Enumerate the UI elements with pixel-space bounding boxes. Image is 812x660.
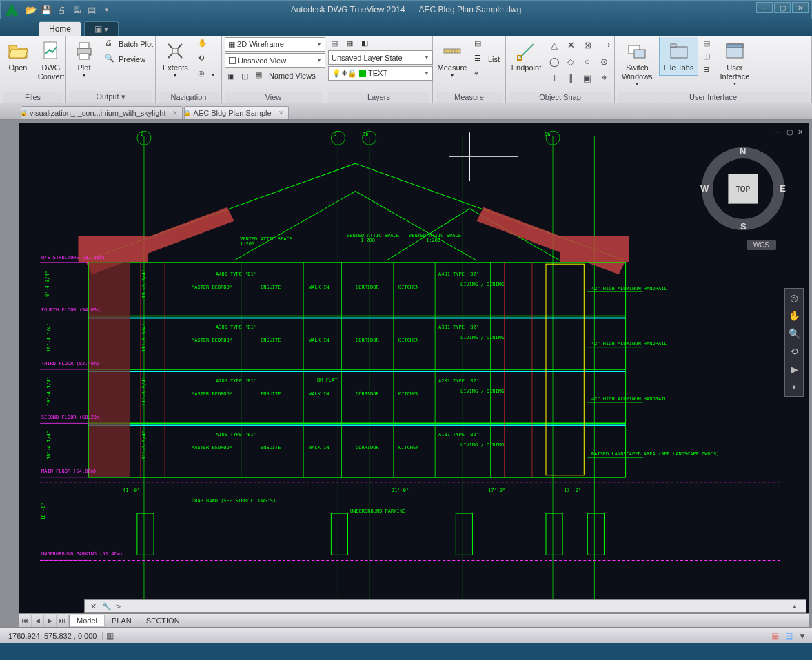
- qat-print2-icon[interactable]: 🖶: [71, 4, 82, 15]
- nav-pan-icon[interactable]: ✋: [785, 307, 803, 324]
- command-line[interactable]: ✕ 🔧 >_ ▲: [84, 599, 806, 613]
- pan-button[interactable]: ✋: [195, 37, 217, 51]
- ribbon: Open DWG Convert Files Plot▾ 🖨Batch Plot…: [0, 36, 812, 103]
- batch-plot-button[interactable]: 🖨Batch Plot: [102, 37, 156, 51]
- layer-prop-icon[interactable]: ▤: [328, 37, 341, 49]
- qat-plot-icon[interactable]: ▤: [86, 4, 97, 15]
- svg-rect-10: [671, 44, 676, 47]
- file-tab-active[interactable]: 🔒AEC Bldg Plan Sample✕: [184, 106, 288, 119]
- id-point-button[interactable]: ⌖: [471, 68, 503, 81]
- svg-rect-58: [456, 513, 472, 555]
- layout-tab-model[interactable]: Model: [70, 615, 105, 626]
- svg-rect-8: [634, 50, 645, 58]
- layer-current-combo[interactable]: 💡❄🔒TEXT▼: [328, 66, 433, 81]
- layout-last-icon[interactable]: ⏭: [57, 615, 69, 627]
- open-button[interactable]: Open: [3, 37, 33, 75]
- app-title: Autodesk DWG TrueView 2014: [291, 5, 405, 14]
- visual-style-combo[interactable]: ▦ 2D Wireframe▼: [225, 37, 325, 52]
- cmd-close-icon[interactable]: ✕: [88, 601, 99, 612]
- qat-dropdown-icon[interactable]: ▼: [101, 4, 112, 15]
- close-tab-icon[interactable]: ✕: [278, 110, 284, 116]
- osnap-intersection-icon[interactable]: ✕: [563, 37, 578, 52]
- drawing-canvas[interactable]: ─ ▢ ✕: [19, 123, 809, 627]
- layout-next-icon[interactable]: ▶: [44, 615, 57, 627]
- maximize-button[interactable]: ▢: [774, 2, 791, 13]
- measure-icon: [441, 40, 463, 62]
- nav-zoom-icon[interactable]: 🔍: [785, 324, 803, 342]
- nav-wheel-icon[interactable]: ◎: [785, 289, 803, 307]
- nav-showmotion-icon[interactable]: ▶: [785, 360, 803, 378]
- view-box-icon[interactable]: ◫: [238, 69, 251, 83]
- sb-layout-icon[interactable]: ▤: [782, 630, 795, 642]
- layout-prev-icon[interactable]: ◀: [32, 615, 44, 627]
- osnap-quadrant-icon[interactable]: ◇: [563, 54, 578, 69]
- qat-open-icon[interactable]: 📂: [26, 4, 37, 15]
- close-tab-icon[interactable]: ✕: [172, 110, 178, 116]
- user-interface-icon: [724, 40, 746, 62]
- command-input[interactable]: [129, 602, 789, 610]
- osnap-extension-icon[interactable]: ⟶: [596, 37, 611, 52]
- plot-button[interactable]: Plot▾: [69, 37, 99, 81]
- svg-rect-56: [137, 513, 154, 555]
- layer-state-combo[interactable]: Unsaved Layer State▼: [328, 50, 433, 65]
- measure-button[interactable]: Measure▾: [436, 37, 469, 81]
- osnap-midpoint-icon[interactable]: △: [547, 37, 562, 52]
- layer-states-icon[interactable]: ▦: [343, 37, 356, 49]
- sb-model-icon[interactable]: ▣: [768, 630, 782, 642]
- section-drawing: [19, 123, 809, 627]
- quick-props-button[interactable]: ▤: [471, 37, 503, 51]
- osnap-insert-icon[interactable]: ▣: [580, 70, 595, 85]
- viewcube[interactable]: TOP N E S W: [702, 147, 784, 230]
- layout-first-icon[interactable]: ⏮: [19, 615, 32, 627]
- nav-collapse-icon[interactable]: ▼: [785, 378, 803, 396]
- tab-home[interactable]: Home: [39, 21, 81, 36]
- svg-rect-2: [79, 43, 89, 48]
- navigation-bar: ◎ ✋ 🔍 ⟲ ▶ ▼: [784, 288, 804, 397]
- switch-windows-button[interactable]: Switch Windows▾: [618, 37, 657, 90]
- panel-title-output: Output ▾: [69, 91, 152, 103]
- cmd-wrench-icon[interactable]: 🔧: [101, 601, 112, 612]
- close-button[interactable]: ✕: [792, 2, 809, 13]
- app-logo[interactable]: [2, 1, 21, 18]
- sb-tray-icon[interactable]: ▼: [795, 630, 809, 642]
- tab-plugin[interactable]: ▣ ▾: [84, 21, 119, 36]
- osnap-node-icon[interactable]: ⊙: [596, 54, 611, 69]
- minimize-button[interactable]: ─: [756, 2, 773, 13]
- coordinates[interactable]: 1760.924, 575.832 , 0.000: [3, 632, 103, 640]
- list-button[interactable]: ☰List: [471, 52, 503, 66]
- ui-tileh-icon[interactable]: ◫: [700, 50, 713, 62]
- file-title: AEC Bldg Plan Sample.dwg: [419, 5, 522, 14]
- layout-tab-section[interactable]: SECTION: [139, 615, 187, 626]
- viewcube-face[interactable]: TOP: [728, 174, 758, 204]
- cmd-history-icon[interactable]: ▲: [789, 601, 800, 612]
- osnap-tangent-icon[interactable]: ○: [580, 54, 595, 69]
- preview-button[interactable]: 🔍Preview: [102, 52, 156, 66]
- osnap-apparent-icon[interactable]: ⊠: [580, 37, 595, 52]
- ui-tilev-icon[interactable]: ⊟: [700, 63, 713, 75]
- view-cube-icon[interactable]: ▣: [225, 69, 237, 83]
- nav-orbit-icon[interactable]: ⟲: [785, 342, 803, 360]
- ui-cascade-icon[interactable]: ▤: [700, 37, 713, 49]
- pan-icon: ✋: [198, 39, 209, 50]
- named-views-button[interactable]: ▤Named Views: [252, 69, 318, 83]
- osnap-perpendicular-icon[interactable]: ⊥: [547, 70, 562, 85]
- endpoint-button[interactable]: Endpoint: [509, 37, 544, 75]
- qat-save-icon[interactable]: 💾: [41, 4, 52, 15]
- layout-tab-plan[interactable]: PLAN: [105, 615, 139, 626]
- wcs-badge[interactable]: WCS: [747, 240, 776, 250]
- extents-button[interactable]: Extents▾: [159, 37, 192, 81]
- qat-print-icon[interactable]: 🖨: [56, 4, 67, 15]
- steering-button[interactable]: ◎▾: [195, 68, 217, 81]
- sb-grid-icon[interactable]: ▦: [103, 630, 116, 642]
- layer-iso-icon[interactable]: ◧: [358, 37, 371, 49]
- dwg-convert-button[interactable]: DWG Convert: [36, 37, 66, 83]
- osnap-nearest-icon[interactable]: ⌖: [596, 70, 611, 85]
- file-tabs-button[interactable]: File Tabs: [660, 37, 698, 75]
- orbit-button[interactable]: ⟲: [195, 52, 217, 66]
- osnap-center-icon[interactable]: ◯: [547, 54, 562, 69]
- osnap-parallel-icon[interactable]: ∥: [563, 70, 578, 85]
- file-tab-inactive[interactable]: 🔒visualization_-_con...inium_with_skylig…: [21, 106, 183, 119]
- view-name-combo[interactable]: 🞎 Unsaved View▼: [225, 53, 325, 68]
- switch-windows-icon: [626, 40, 648, 62]
- user-interface-button[interactable]: User Interface▾: [715, 37, 753, 90]
